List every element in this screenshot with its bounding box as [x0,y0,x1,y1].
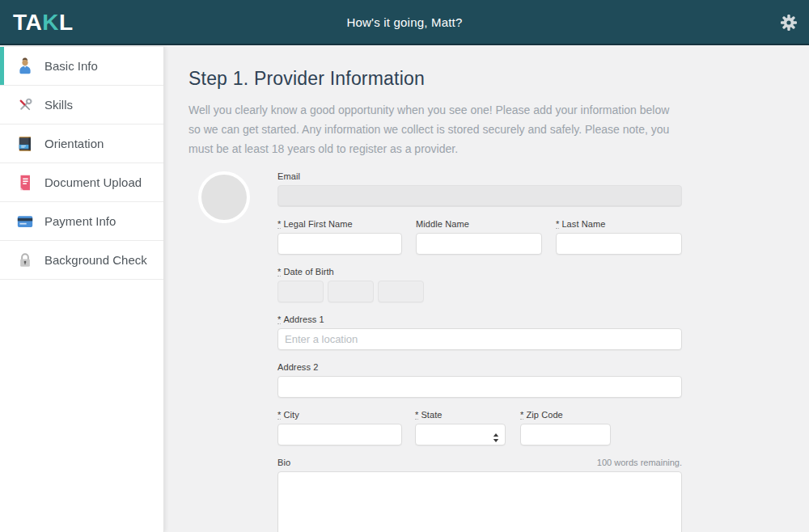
bio-group: Bio 100 words remaining. [277,458,682,532]
notebook-icon [16,135,34,153]
bio-words-remaining: 100 words remaining. [597,458,682,467]
page-title: Step 1. Provider Information [188,68,809,90]
bio-label: Bio [277,458,290,467]
state-label: *State [415,410,506,420]
last-name-label: *Last Name [556,219,682,229]
tools-icon [16,96,34,114]
document-icon [16,174,34,192]
sidebar-item-document-upload[interactable]: Document Upload [0,163,163,202]
address1-group: *Address 1 [277,315,682,350]
sidebar-item-payment-info[interactable]: Payment Info [0,202,163,241]
first-name-label: *Legal First Name [277,219,402,229]
email-group: Email [277,171,682,207]
state-group: *State [415,410,506,445]
main-content: Step 1. Provider Information Well you cl… [164,47,809,532]
sidebar-item-label: Payment Info [44,214,116,228]
bio-field[interactable] [277,471,682,532]
gear-icon [779,21,798,35]
sidebar-item-background-check[interactable]: Background Check [0,241,163,280]
sidebar-item-skills[interactable]: Skills [0,86,163,125]
address1-field[interactable] [277,328,682,350]
person-icon [16,57,34,75]
select-spinner-icon [493,431,499,445]
state-select[interactable] [415,424,506,445]
middle-name-group: Middle Name [416,219,542,255]
name-row: *Legal First Name Middle Name *Last Name [277,219,682,255]
last-name-field[interactable] [556,233,682,255]
email-field [277,185,682,207]
sidebar-item-label: Orientation [44,137,104,150]
middle-name-label: Middle Name [416,219,542,229]
first-name-group: *Legal First Name [277,219,402,255]
sidebar-nav: Basic Info Skills [0,47,164,532]
settings-button[interactable] [779,13,798,32]
dob-group: *Date of Birth [277,267,682,302]
last-name-group: *Last Name [556,219,682,255]
zip-field[interactable] [520,424,611,445]
city-state-zip-row: *City *State *Zip Cod [277,410,682,445]
dob-year-select[interactable] [378,281,424,302]
sidebar-item-label: Background Check [44,253,147,267]
zip-label: *Zip Code [520,410,611,420]
city-label: *City [277,410,402,420]
city-group: *City [277,410,402,445]
logo-k: K [42,10,59,35]
dob-label: *Date of Birth [277,267,682,277]
address2-field[interactable] [277,376,682,398]
padlock-icon [16,251,34,269]
sidebar-item-label: Document Upload [44,175,142,189]
header-greeting: How's it going, Matt? [347,15,463,29]
logo-ta: TA [13,10,42,35]
address2-label: Address 2 [277,362,682,372]
credit-card-icon [16,213,34,230]
app-header: TAKL How's it going, Matt? [0,0,809,45]
profile-photo-placeholder[interactable] [198,171,250,223]
address2-group: Address 2 [277,362,682,398]
dob-month-select[interactable] [277,281,324,302]
dob-day-select[interactable] [328,281,374,302]
sidebar-item-basic-info[interactable]: Basic Info [0,47,163,86]
city-field[interactable] [277,424,402,445]
sidebar-item-orientation[interactable]: Orientation [0,125,163,163]
provider-info-form: Email *Legal First Name Middle Name *Las… [188,171,809,532]
email-label: Email [277,171,682,181]
takl-logo: TAKL [13,8,74,37]
zip-group: *Zip Code [520,410,611,445]
page-description: Well you clearly know a good opportunity… [188,100,684,158]
middle-name-field[interactable] [416,233,542,255]
address1-label: *Address 1 [277,315,682,324]
sidebar-item-label: Basic Info [44,59,98,73]
first-name-field[interactable] [277,233,402,255]
logo-l: L [59,10,74,35]
sidebar-item-label: Skills [44,98,73,112]
